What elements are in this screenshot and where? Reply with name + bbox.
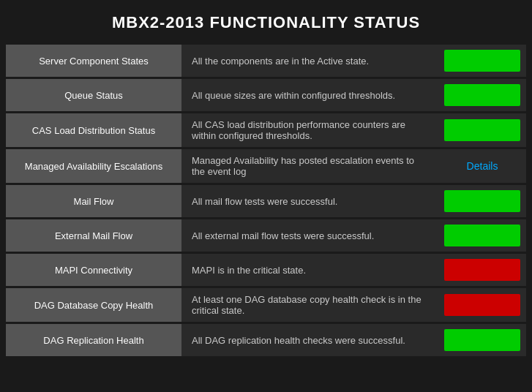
- desc-dag-replication: All DAG replication health checks were s…: [181, 324, 438, 356]
- status-row-server-component-states: Server Component StatesAll the component…: [6, 45, 526, 77]
- label-server-component-states: Server Component States: [6, 45, 181, 77]
- status-cell-dag-replication: [438, 324, 526, 356]
- desc-managed-availability: Managed Availability has posted escalati…: [181, 149, 438, 183]
- status-cell-mapi-connectivity: [438, 254, 526, 286]
- desc-queue-status: All queue sizes are within configured th…: [181, 79, 438, 111]
- page-title: MBX2-2013 FUNCTIONALITY STATUS: [0, 0, 532, 42]
- status-row-mail-flow: Mail FlowAll mail flow tests were succes…: [6, 185, 526, 217]
- status-indicator-mail-flow: [444, 190, 520, 212]
- status-indicator-server-component-states: [444, 50, 520, 72]
- status-row-managed-availability: Managed Availability EscalationsManaged …: [6, 149, 526, 183]
- status-cell-server-component-states: [438, 45, 526, 77]
- desc-server-component-states: All the components are in the Active sta…: [181, 45, 438, 77]
- status-row-mapi-connectivity: MAPI ConnectivityMAPI is in the critical…: [6, 254, 526, 286]
- status-indicator-queue-status: [444, 84, 520, 106]
- details-link-managed-availability[interactable]: Details: [467, 160, 498, 172]
- desc-mapi-connectivity: MAPI is in the critical state.: [181, 254, 438, 286]
- label-mapi-connectivity: MAPI Connectivity: [6, 254, 181, 286]
- status-cell-queue-status: [438, 79, 526, 111]
- label-dag-database-copy: DAG Database Copy Health: [6, 288, 181, 322]
- label-managed-availability: Managed Availability Escalations: [6, 149, 181, 183]
- status-indicator-external-mail-flow: [444, 225, 520, 246]
- status-indicator-cas-load-distribution: [444, 119, 520, 141]
- status-row-dag-replication: DAG Replication HealthAll DAG replicatio…: [6, 324, 526, 356]
- status-indicator-dag-database-copy: [444, 294, 520, 316]
- status-indicator-mapi-connectivity: [444, 259, 520, 281]
- status-cell-managed-availability[interactable]: Details: [438, 149, 526, 183]
- desc-mail-flow: All mail flow tests were successful.: [181, 185, 438, 217]
- status-row-cas-load-distribution: CAS Load Distribution StatusAll CAS load…: [6, 113, 526, 147]
- status-indicator-dag-replication: [444, 329, 520, 351]
- status-list: Server Component StatesAll the component…: [0, 45, 532, 356]
- desc-dag-database-copy: At least one DAG database copy health ch…: [181, 288, 438, 322]
- label-external-mail-flow: External Mail Flow: [6, 219, 181, 252]
- status-cell-cas-load-distribution: [438, 113, 526, 147]
- status-cell-dag-database-copy: [438, 288, 526, 322]
- status-row-external-mail-flow: External Mail FlowAll external mail flow…: [6, 219, 526, 252]
- desc-external-mail-flow: All external mail flow tests were succes…: [181, 219, 438, 252]
- status-cell-mail-flow: [438, 185, 526, 217]
- status-row-dag-database-copy: DAG Database Copy HealthAt least one DAG…: [6, 288, 526, 322]
- status-cell-external-mail-flow: [438, 219, 526, 252]
- label-cas-load-distribution: CAS Load Distribution Status: [6, 113, 181, 147]
- status-row-queue-status: Queue StatusAll queue sizes are within c…: [6, 79, 526, 111]
- label-queue-status: Queue Status: [6, 79, 181, 111]
- label-mail-flow: Mail Flow: [6, 185, 181, 217]
- desc-cas-load-distribution: All CAS load distribution performance co…: [181, 113, 438, 147]
- label-dag-replication: DAG Replication Health: [6, 324, 181, 356]
